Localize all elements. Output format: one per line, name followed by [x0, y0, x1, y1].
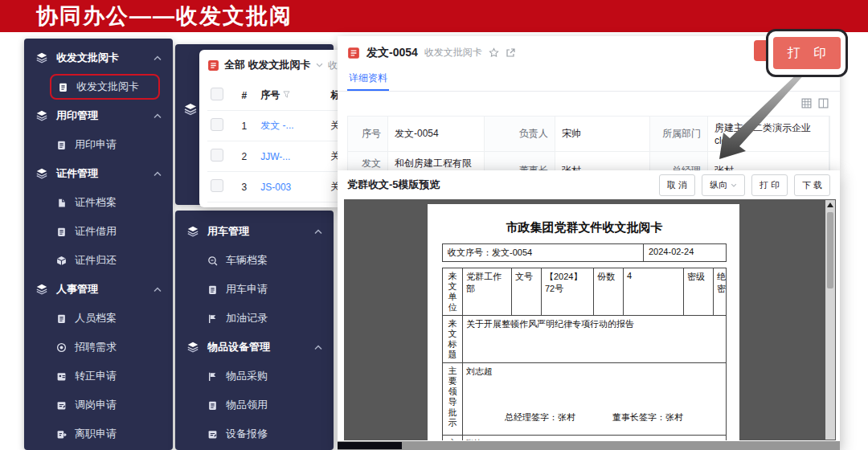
layers-icon: [183, 102, 198, 117]
sidebar-item-cheliang-archive[interactable]: 车辆档案: [175, 246, 334, 275]
doc-serial: 收文序号：发文-0054: [443, 244, 643, 261]
row-checkbox[interactable]: [207, 172, 239, 202]
list-title[interactable]: 全部 收发文批阅卡: [224, 58, 311, 72]
cell-serial-link[interactable]: JS-003: [257, 172, 327, 202]
document-page: 市政集团党群文件收文批阅卡 收文序号：发文-0054 2024-02-24 来文…: [428, 204, 739, 440]
doc-out-icon: [56, 429, 67, 440]
layers-icon: [35, 109, 48, 122]
table-row[interactable]: 1 发文 -... 关于给: [207, 111, 352, 141]
flag-icon: [207, 371, 218, 382]
doc-row-header: 来文单位: [443, 268, 463, 316]
sidebar-group-yongyin[interactable]: 用印管理: [24, 101, 173, 130]
column-settings-icon[interactable]: [818, 98, 829, 108]
doc-letter-title: 关于开展整顿作风严明纪律专项行动的报告: [463, 316, 727, 363]
sidebar-item-label: 证件归还: [75, 253, 117, 268]
top-banner: 协同办公——收发文批阅: [0, 0, 868, 32]
sidebar-item-label: 证件借用: [75, 224, 117, 239]
sidebar-group-renshi[interactable]: 人事管理: [24, 275, 173, 304]
field-value: 发文-0054: [388, 117, 485, 152]
doc-supervisor-sign: 张村: [463, 436, 727, 441]
sidebar-group-zhengjian[interactable]: 证件管理: [24, 159, 173, 188]
horizontal-scrollbar[interactable]: [338, 441, 840, 450]
sidebar-item-zhaopin[interactable]: 招聘需求: [24, 333, 173, 362]
table-row[interactable]: 4 建发文... 关于组: [207, 202, 352, 208]
col-serial: 序号: [257, 80, 327, 111]
sidebar-item-yongyin-apply[interactable]: 用印申请: [24, 130, 173, 159]
sidebar-item-zhengjian-return[interactable]: 证件归还: [24, 246, 173, 275]
sidebar-item-zhuanzheng[interactable]: 转正申请: [24, 362, 173, 391]
sidebar-item-shebei-baoxiu[interactable]: 设备报修: [175, 419, 334, 448]
row-checkbox[interactable]: [207, 111, 239, 141]
select-all-checkbox[interactable]: [207, 80, 239, 111]
modal-download-button[interactable]: 下 载: [794, 174, 830, 196]
doc-row-header: 主管领: [443, 436, 463, 441]
field-label: 序号: [348, 117, 388, 152]
col-index: #: [239, 80, 258, 111]
field-value: 房建主体二类演示企业cloud0: [708, 117, 829, 152]
table-row[interactable]: 2 JJW-... 关于开: [207, 141, 352, 172]
clipboard-icon: [207, 284, 218, 295]
sidebar-item-label: 用印申请: [75, 137, 117, 152]
sidebar-item-jiayou[interactable]: 加油记录: [175, 304, 334, 333]
row-checkbox[interactable]: [207, 141, 239, 172]
chevron-up-icon: [154, 113, 162, 119]
list-panel: 全部 收发文批阅卡 收发文 # 序号 标题 1 发文 -... 关于给 2 JJ: [199, 50, 352, 207]
sidebar-item-wupin-caigou[interactable]: 物品采购: [175, 362, 334, 391]
sidebar-item-diaogang[interactable]: 调岗申请: [24, 391, 173, 419]
modal-title: 党群收文-5模版预览: [347, 178, 440, 192]
filter-icon[interactable]: [283, 91, 290, 98]
target-icon: [56, 342, 67, 353]
cell-serial-link[interactable]: 发文 -...: [257, 111, 327, 141]
external-link-icon[interactable]: [506, 48, 515, 58]
sidebar-item-label: 证件档案: [75, 195, 117, 210]
sidebar-item-lizhi[interactable]: 离职申请: [24, 419, 173, 448]
sidebar-item-yongche-apply[interactable]: 用车申请: [175, 275, 334, 304]
detail-doc-id: 发文-0054: [366, 46, 418, 60]
sidebar-group-yongche[interactable]: 用车管理: [175, 217, 334, 246]
sidebar-item-renyuan-archive[interactable]: 人员档案: [24, 304, 173, 333]
sidebar-group-wupin[interactable]: 物品设备管理: [175, 333, 334, 362]
table-view-icon[interactable]: [801, 98, 812, 108]
clipboard-icon: [207, 400, 218, 411]
star-icon[interactable]: [489, 47, 499, 58]
flag-icon: [207, 313, 218, 324]
vertical-scrollbar[interactable]: [825, 200, 835, 440]
red-doc-icon: [347, 47, 360, 59]
group-label: 用印管理: [56, 108, 98, 123]
tab-detail-info[interactable]: 详细资料: [347, 68, 389, 91]
row-checkbox[interactable]: [207, 202, 239, 208]
document-table: 来文单位 党群工作部 文号 【2024】72号 份数 4 密级 绝密 来文标题 …: [442, 268, 727, 440]
scroll-up-arrow-icon[interactable]: [827, 202, 833, 207]
red-doc-icon: [207, 59, 219, 72]
chevron-down-icon[interactable]: [316, 63, 323, 68]
file-icon: [56, 198, 67, 208]
sidebar-item-wupin-lingyong[interactable]: 物品领用: [175, 391, 334, 419]
orientation-select[interactable]: 纵向: [702, 174, 745, 196]
sidebar-item-zhengjian-borrow[interactable]: 证件借用: [24, 217, 173, 246]
cell-serial-link[interactable]: JJW-...: [257, 141, 327, 172]
chairman-signature: 董事长签字：张村: [612, 411, 683, 423]
modal-print-button[interactable]: 打 印: [751, 174, 788, 196]
sidebar-item-label: 人员档案: [75, 311, 117, 325]
page-title: 协同办公——收发文批阅: [0, 0, 868, 32]
sidebar-item-label: 收发文批阅卡: [76, 80, 139, 94]
field-value-link[interactable]: 宋帅: [555, 117, 650, 152]
doc-leader-remarks: 刘志超 总经理签字：张村 董事长签字：张村: [463, 363, 727, 436]
group-label: 人事管理: [56, 282, 98, 297]
document-title: 市政集团党群文件收文批阅卡: [442, 220, 727, 235]
chevron-up-icon: [154, 55, 162, 61]
preview-modal: 党群收文-5模版预览 取 消 纵向 打 印 下 载 市政集团党群文件收文批阅卡 …: [338, 170, 840, 450]
cell-serial-link[interactable]: 建发文...: [257, 202, 327, 208]
print-button-highlighted[interactable]: 打 印: [773, 37, 841, 69]
sidebar-item-shoufawen-card[interactable]: 收发文批阅卡: [50, 74, 160, 100]
sidebar-item-label: 调岗申请: [75, 398, 117, 412]
field-label: 所属部门: [650, 117, 708, 152]
cell-index: 1: [239, 111, 258, 141]
sidebar-item-label: 招聘需求: [75, 340, 117, 354]
chevron-up-icon: [314, 229, 322, 235]
sidebar-group-shoufawen[interactable]: 收发文批阅卡: [24, 43, 173, 72]
table-row[interactable]: 3 JS-003 关于编: [207, 172, 352, 202]
sidebar-item-zhengjian-archive[interactable]: 证件档案: [24, 188, 173, 217]
cancel-button[interactable]: 取 消: [659, 174, 695, 196]
doc-edit-icon: [56, 400, 67, 411]
